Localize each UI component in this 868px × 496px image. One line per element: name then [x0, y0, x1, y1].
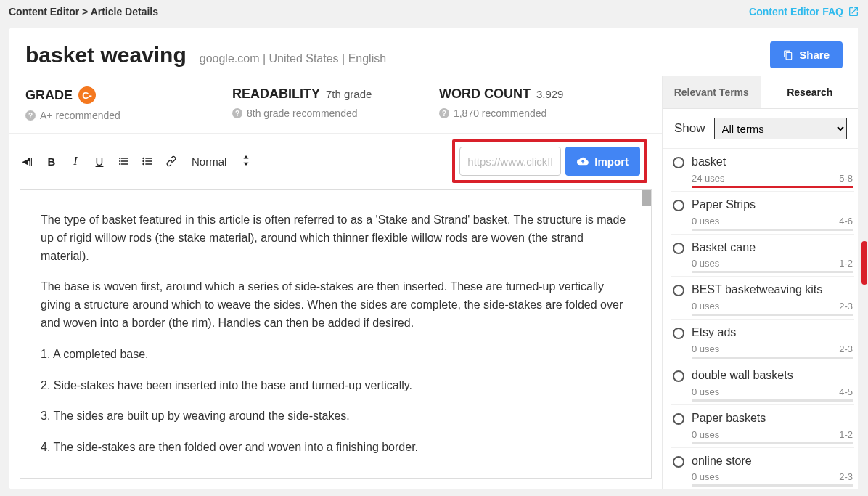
- metric-wordcount: WORD COUNT 3,929 ?1,870 recommended: [439, 86, 646, 121]
- help-icon[interactable]: ?: [25, 110, 36, 121]
- tab-research[interactable]: Research: [761, 76, 859, 109]
- term-uses: 0 uses: [692, 343, 719, 354]
- term-uses: 0 uses: [692, 386, 719, 397]
- editor-paragraph: 4. The side-stakes are then folded over …: [41, 439, 631, 457]
- term-range: 4-5: [839, 386, 853, 397]
- term-item[interactable]: online store 0 uses2-3: [671, 447, 854, 489]
- chevron-updown-icon: [242, 155, 250, 168]
- editor-paragraph: The type of basket featured in this arti…: [41, 211, 631, 265]
- term-bar: [692, 271, 853, 273]
- term-item[interactable]: Paper baskets 0 uses1-2: [671, 404, 854, 447]
- term-name: Paper Strips: [692, 198, 853, 213]
- term-name: Etsy ads: [692, 325, 853, 341]
- faq-label: Content Editor FAQ: [749, 6, 843, 17]
- term-range: 5-8: [839, 173, 853, 184]
- term-uses: 0 uses: [692, 429, 719, 440]
- term-bar: [692, 186, 853, 188]
- term-name: Basket cane: [692, 240, 853, 256]
- radio-button[interactable]: [673, 157, 684, 168]
- share-label: Share: [799, 49, 830, 61]
- show-select[interactable]: All terms: [714, 118, 847, 139]
- help-icon[interactable]: ?: [232, 108, 242, 118]
- editor-paragraph: 1. A completed base.: [41, 346, 631, 364]
- term-uses: 0 uses: [692, 471, 719, 482]
- term-name: BEST basketweaving kits: [692, 282, 853, 298]
- term-range: 4-6: [839, 216, 853, 227]
- share-button[interactable]: Share: [770, 41, 843, 68]
- ordered-list-button[interactable]: [115, 150, 131, 172]
- metric-grade: GRADE C- ?A+ recommended: [25, 86, 232, 121]
- help-icon[interactable]: ?: [439, 108, 449, 118]
- term-uses: 0 uses: [692, 216, 719, 227]
- term-name: basket: [692, 155, 853, 170]
- editor-paragraph: The base is woven first, around which a …: [41, 278, 631, 332]
- radio-button[interactable]: [673, 413, 684, 425]
- svg-point-1: [142, 160, 144, 163]
- svg-point-2: [142, 163, 144, 166]
- faq-link[interactable]: Content Editor FAQ: [749, 6, 859, 17]
- term-item[interactable]: BEST basketweaving kits 0 uses2-3: [671, 276, 854, 319]
- bold-button[interactable]: B: [44, 150, 60, 172]
- content-editor[interactable]: The type of basket featured in this arti…: [20, 189, 652, 479]
- term-bar: [692, 357, 853, 359]
- term-bar: [692, 399, 853, 402]
- editor-toolbar: ◂¶ B I U Normal: [20, 150, 250, 172]
- term-range: 2-3: [839, 301, 853, 312]
- tab-relevant-terms[interactable]: Relevant Terms: [663, 76, 761, 109]
- grade-badge: C-: [78, 86, 96, 104]
- format-select[interactable]: Normal: [192, 155, 250, 168]
- scrollbar-thumb[interactable]: [861, 241, 867, 285]
- unordered-list-button[interactable]: [139, 150, 155, 172]
- show-label: Show: [674, 121, 705, 136]
- term-name: online store: [692, 454, 853, 469]
- radio-button[interactable]: [673, 370, 684, 382]
- scrollbar-thumb[interactable]: [642, 190, 651, 206]
- import-url-input[interactable]: [459, 147, 561, 176]
- term-item[interactable]: basket 24 uses5-8: [671, 149, 854, 191]
- term-bar: [692, 484, 853, 487]
- radio-button[interactable]: [673, 243, 684, 254]
- editor-paragraph: 2. Side-stakes have been inserted into t…: [41, 377, 631, 395]
- import-button[interactable]: Import: [565, 147, 640, 176]
- term-bar: [692, 442, 853, 444]
- term-range: 2-3: [839, 471, 853, 482]
- term-item[interactable]: Paper Strips 0 uses4-6: [671, 191, 854, 234]
- underline-button[interactable]: U: [91, 150, 107, 172]
- term-item[interactable]: Basket cane 0 uses1-2: [671, 234, 854, 277]
- page-title: basket weaving: [25, 43, 187, 68]
- term-item[interactable]: double wall baskets 0 uses4-5: [671, 362, 854, 404]
- term-range: 1-2: [839, 258, 853, 269]
- paragraph-direction-icon[interactable]: ◂¶: [20, 150, 36, 172]
- term-name: Paper baskets: [692, 411, 853, 426]
- page-subtitle: google.com | United States | English: [200, 52, 386, 65]
- radio-button[interactable]: [673, 328, 684, 339]
- import-area: Import: [452, 139, 647, 183]
- radio-button[interactable]: [673, 285, 684, 296]
- term-range: 1-2: [839, 429, 853, 440]
- copy-icon: [783, 50, 793, 60]
- term-uses: 0 uses: [692, 301, 719, 312]
- term-uses: 0 uses: [692, 258, 719, 269]
- term-range: 2-3: [839, 343, 853, 354]
- page-scrollbar[interactable]: [858, 0, 868, 496]
- editor-paragraph: 3. The sides are built up by weaving aro…: [41, 407, 631, 426]
- sidebar: Relevant Terms Research Show All terms b…: [663, 76, 859, 489]
- italic-button[interactable]: I: [67, 150, 83, 172]
- svg-point-0: [142, 158, 144, 160]
- term-bar: [692, 229, 853, 231]
- cloud-upload-icon: [577, 155, 589, 167]
- metric-readability: READABILITY 7th grade ?8th grade recomme…: [232, 86, 439, 121]
- term-uses: 24 uses: [692, 173, 725, 184]
- term-item[interactable]: Etsy ads 0 uses2-3: [671, 319, 854, 362]
- radio-button[interactable]: [673, 200, 684, 211]
- term-bar: [692, 314, 853, 316]
- term-name: double wall baskets: [692, 368, 853, 383]
- breadcrumb: Content Editor > Article Details: [9, 6, 158, 17]
- radio-button[interactable]: [673, 456, 684, 468]
- link-button[interactable]: [163, 150, 179, 172]
